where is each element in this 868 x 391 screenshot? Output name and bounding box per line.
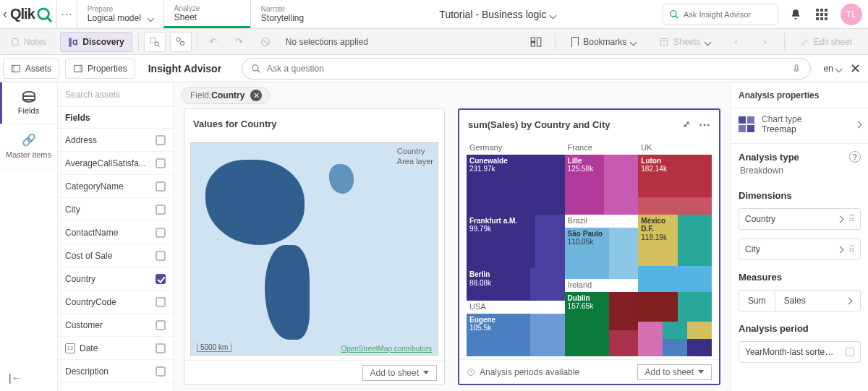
treemap-cell[interactable] (638, 266, 677, 292)
treemap-cell[interactable] (621, 184, 639, 215)
app-launcher-icon[interactable] (809, 0, 835, 29)
drag-handle-icon[interactable]: ⠿ (848, 214, 854, 224)
question-field[interactable] (267, 64, 786, 74)
field-checkbox[interactable] (156, 251, 166, 261)
treemap-cell[interactable] (609, 228, 639, 254)
field-row[interactable]: Customer (58, 314, 173, 337)
periods-link[interactable]: Analysis periods available (480, 367, 579, 377)
field-row[interactable]: City (58, 198, 173, 221)
fullscreen-icon[interactable]: ⤢ (683, 119, 690, 129)
prev-sheet-icon[interactable]: ‹ (726, 32, 747, 52)
map-chart[interactable]: Country Area layer 5000 km OpenStreetMap… (190, 142, 438, 356)
treemap-cell[interactable] (638, 292, 677, 322)
treemap-cell[interactable] (609, 253, 639, 279)
notes-button[interactable]: Notes (3, 32, 54, 52)
treemap-cell[interactable]: México D.F.118.19k (638, 215, 677, 266)
field-row[interactable]: ContactName (58, 221, 173, 244)
field-checkbox[interactable] (156, 228, 166, 238)
measure-agg[interactable]: Sum (739, 291, 775, 311)
step-back-icon[interactable]: ↶ (203, 32, 224, 52)
card-more-icon[interactable]: ⋯ (699, 118, 710, 132)
bookmarks-dropdown[interactable]: Bookmarks (564, 32, 643, 52)
field-checkbox[interactable] (156, 135, 166, 145)
treemap-cell[interactable]: Lille125.58k (565, 155, 604, 215)
selections-tool-icon[interactable] (170, 32, 192, 52)
next-sheet-icon[interactable]: › (754, 32, 776, 52)
dimension-row-city[interactable]: City ⠿ (739, 239, 861, 260)
nav-analyze[interactable]: Analyze Sheet (163, 0, 250, 28)
treemap-cell[interactable]: Frankfurt a.M.99.79k (467, 215, 535, 268)
search-assets-input[interactable]: Search assets (58, 82, 173, 107)
treemap-cell[interactable] (638, 322, 663, 356)
treemap-cell[interactable] (687, 322, 712, 339)
app-menu-icon[interactable]: ⋯ (56, 0, 77, 28)
rail-fields[interactable]: Fields (0, 82, 57, 124)
field-row[interactable]: Cost of Sale (58, 244, 173, 267)
measure-row[interactable]: Sum Sales (739, 290, 861, 311)
treemap-cell[interactable] (609, 292, 639, 330)
field-row[interactable]: Address (58, 129, 173, 152)
question-input[interactable] (242, 58, 811, 80)
notifications-icon[interactable] (783, 0, 809, 29)
treemap-cell[interactable] (604, 155, 638, 185)
help-icon[interactable]: ? (849, 151, 861, 163)
nav-prepare[interactable]: Prepare Logical model (77, 0, 163, 28)
treemap-cell[interactable] (663, 322, 687, 339)
back-icon[interactable]: ‹ (3, 7, 7, 22)
treemap-cell[interactable]: Dublin157.65k (565, 292, 609, 356)
treemap-cell[interactable] (530, 268, 564, 301)
treemap-cell[interactable] (530, 314, 564, 356)
treemap-cell[interactable] (535, 215, 565, 268)
field-checkbox[interactable] (156, 181, 166, 192)
collapse-rail-icon[interactable]: |← (0, 365, 57, 391)
close-icon[interactable]: ✕ (850, 61, 861, 77)
sheets-dropdown[interactable]: Sheets (652, 32, 717, 52)
field-row[interactable]: CountryCode (58, 291, 173, 314)
treemap-cell[interactable] (678, 266, 712, 292)
field-row[interactable]: Description (58, 360, 173, 383)
selection-chip[interactable]: Field:Country ✕ (181, 87, 270, 104)
app-title-dropdown[interactable]: Tutorial - Business logic (337, 0, 658, 28)
field-checkbox[interactable] (156, 205, 166, 215)
field-checkbox[interactable] (156, 297, 166, 307)
field-checkbox[interactable] (156, 320, 166, 330)
assets-button[interactable]: Assets (3, 59, 59, 79)
field-row[interactable]: 12Date (58, 337, 173, 360)
treemap-cell[interactable]: Eugene105.5k (467, 314, 530, 356)
field-checkbox[interactable] (156, 366, 166, 377)
treemap-cell[interactable] (663, 339, 687, 356)
avatar[interactable]: TL (841, 4, 862, 25)
add-to-sheet-button[interactable]: Add to sheet (637, 364, 712, 380)
dimension-row-country[interactable]: Country ⠿ (739, 208, 861, 230)
treemap-cell[interactable]: Berlin88.08k (467, 268, 530, 301)
language-dropdown[interactable]: en (824, 64, 841, 74)
treemap-cell[interactable] (604, 184, 621, 215)
edit-sheet-button[interactable]: Edit sheet (793, 32, 859, 52)
discovery-button[interactable]: ∥ɑ Discovery (60, 32, 132, 52)
treemap-cell[interactable] (678, 292, 712, 322)
checkbox-icon[interactable] (846, 348, 854, 356)
card-treemap[interactable]: sum(Sales) by Country and City ⤢ ⋯ Germa… (458, 108, 720, 385)
treemap-cell[interactable] (609, 330, 639, 356)
field-checkbox[interactable] (156, 274, 166, 284)
mic-icon[interactable] (791, 64, 801, 74)
chart-type-row[interactable]: Chart type Treemap (731, 108, 868, 144)
treemap-cell[interactable] (678, 241, 712, 267)
nav-narrate[interactable]: Narrate Storytelling (250, 0, 337, 28)
treemap-cell[interactable]: São Paulo110.05k (565, 228, 609, 279)
step-forward-icon[interactable]: ↷ (229, 32, 250, 52)
add-to-sheet-button[interactable]: Add to sheet (362, 365, 437, 381)
clear-selections-icon[interactable] (255, 32, 276, 52)
treemap-chart[interactable]: GermanyFranceUK Cunewalde231.97k Frankfu… (467, 142, 712, 356)
map-attribution[interactable]: OpenStreetMap contributors (341, 345, 432, 353)
field-row[interactable]: Country (58, 267, 173, 291)
field-row[interactable]: CategoryName (58, 175, 173, 198)
alternate-states-icon[interactable] (525, 32, 547, 52)
treemap-cell[interactable]: Cunewalde231.97k (467, 155, 565, 215)
treemap-cell[interactable] (678, 215, 712, 241)
treemap-cell[interactable] (638, 197, 677, 215)
drag-handle-icon[interactable]: ⠿ (848, 244, 854, 254)
properties-button[interactable]: Properties (65, 59, 135, 79)
analysis-period-row[interactable]: YearMonth-last sorte… (739, 341, 861, 363)
field-row[interactable]: AverageCallSatisfa... (58, 152, 173, 175)
